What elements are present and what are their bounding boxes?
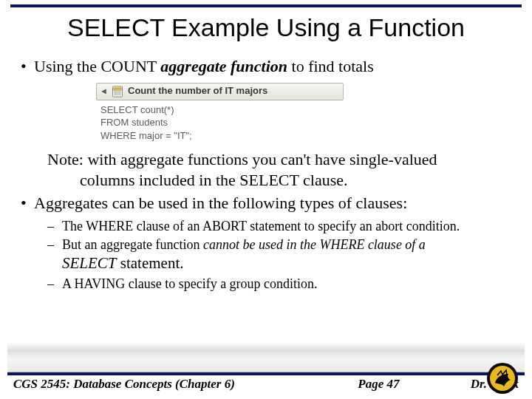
- ucf-pegasus-seal-icon: [486, 362, 519, 395]
- svg-rect-1: [114, 88, 121, 90]
- note-line2: columns included in the SELECT clause.: [47, 170, 514, 191]
- bullet1-text-em: aggregate function: [160, 57, 287, 75]
- note-line1: Note: with aggregate functions you can't…: [47, 150, 437, 168]
- sub-cannot-where-select: But an aggregate function cannot be used…: [18, 236, 514, 274]
- sql-example-titlebar: ◄ Count the number of IT majors: [96, 83, 344, 100]
- sql-code: SELECT count(*) FROM students WHERE majo…: [96, 100, 344, 143]
- footer-course: CGS 2545: Database Concepts (Chapter 6): [13, 377, 235, 392]
- bottom-rule: [7, 372, 525, 375]
- sub-b-pre: But an aggregate function: [62, 237, 203, 252]
- sub-b-em: cannot be used in the WHERE clause of a: [203, 237, 426, 252]
- top-rule: [10, 4, 522, 7]
- back-arrow-icon: ◄: [100, 86, 107, 97]
- sql-line-1: SELECT count(*): [100, 103, 344, 117]
- sql-example: ◄ Count the number of IT majors SELECT c…: [96, 83, 344, 143]
- sub-where-abort: The WHERE clause of an ABORT statement t…: [18, 218, 514, 235]
- sql-line-2: FROM students: [100, 116, 344, 129]
- slide-title: SELECT Example Using a Function: [0, 13, 532, 42]
- bullet-aggregate-clauses: Aggregates can be used in the following …: [18, 193, 514, 214]
- sub-having: A HAVING clause to specify a group condi…: [18, 276, 514, 293]
- table-document-icon: [112, 86, 123, 98]
- slide: SELECT Example Using a Function Using th…: [0, 0, 532, 399]
- footer: CGS 2545: Database Concepts (Chapter 6) …: [13, 377, 519, 395]
- footer-page: Page 47: [235, 377, 471, 392]
- footer-band: [7, 350, 525, 372]
- bullet1-text-pre: Using the COUNT: [34, 57, 160, 75]
- sub-b-line2-post: statement.: [117, 254, 184, 272]
- bullet1-text-post: to find totals: [287, 57, 374, 75]
- sub-b-line2-em: SELECT: [62, 254, 117, 272]
- sql-line-3: WHERE major = "IT";: [100, 129, 344, 143]
- slide-body: Using the COUNT aggregate function to fi…: [18, 53, 514, 294]
- bullet-count-aggregate: Using the COUNT aggregate function to fi…: [18, 56, 514, 77]
- sql-example-title: Count the number of IT majors: [128, 85, 267, 97]
- note-aggregate-restriction: Note: with aggregate functions you can't…: [47, 149, 514, 190]
- clause-sublist: The WHERE clause of an ABORT statement t…: [18, 218, 514, 293]
